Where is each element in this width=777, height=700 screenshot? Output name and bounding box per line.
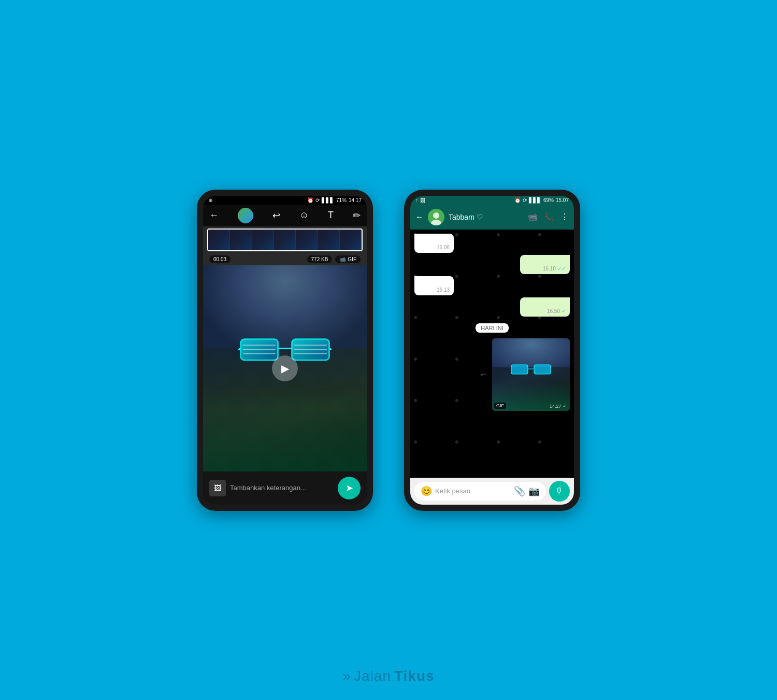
caption-icon: 🖼: [209, 480, 226, 496]
time-1610: 16.10 ✓✓: [524, 266, 566, 272]
more-options-button[interactable]: ⋮: [560, 212, 569, 222]
battery-pct: 71%: [336, 197, 347, 203]
right-status-bar: ↑ 🖼 ⏰ ⟳ ▋▋▋ 69% 15.07: [410, 196, 574, 205]
empty-content: [419, 279, 450, 287]
send-icon: ➤: [346, 482, 353, 494]
message-received-1613: 16.13: [414, 276, 454, 295]
bubble-sent-1650: 16.50 ✓: [520, 297, 570, 317]
gif-label-badge: GIF: [494, 403, 506, 409]
message-input-area[interactable]: 😊 Ketik pesan 📎 📷: [414, 482, 546, 501]
watermark-text-tikus: Tikus: [394, 668, 435, 684]
gif-label: GIF: [348, 256, 356, 262]
editor-caption: 🖼 Tambahkan keterangan... ➤: [203, 472, 367, 505]
right-wifi-icon: ⟳: [523, 197, 527, 203]
date-divider: HARI INI: [476, 323, 508, 332]
message-sent-1650: 16.50 ✓: [520, 297, 570, 317]
video-meta: 00.03 772 KB 📹 GIF: [203, 253, 367, 265]
watermark: » Jalan Tikus: [342, 668, 434, 684]
image-icon: 🖼: [420, 197, 425, 203]
attach-icon[interactable]: 📎: [514, 485, 525, 497]
back-button[interactable]: ←: [209, 210, 219, 221]
wifi-icon: ⟳: [315, 197, 320, 203]
right-phone-screen: ↑ 🖼 ⏰ ⟳ ▋▋▋ 69% 15.07 ←: [410, 196, 574, 505]
reply-icon[interactable]: ↩: [477, 368, 490, 381]
message-received-1606: 16.06: [414, 234, 454, 253]
filmstrip-frame-4: [274, 230, 296, 250]
camera-input-icon[interactable]: 📷: [528, 485, 540, 497]
time-text: 16.50: [547, 308, 560, 314]
bubble-received-1613: 16.13: [414, 276, 454, 295]
phones-container: ⊕ ⏰ ⟳ ▋▋▋ 71% 14.17 ← ↩ ☺ T: [197, 190, 580, 511]
mic-button[interactable]: 🎙: [549, 481, 570, 502]
filmstrip-frame-1: [208, 230, 230, 250]
svg-point-12: [433, 212, 439, 219]
mic-icon: 🎙: [555, 487, 564, 496]
time-text: 16.06: [437, 245, 450, 250]
play-button[interactable]: ▶: [272, 355, 298, 381]
text-button[interactable]: T: [328, 210, 334, 221]
thumbnail-icon: [238, 208, 253, 223]
chat-messages: 16.06 16.10 ✓✓: [410, 230, 574, 478]
whatsapp-icon: ⊕: [208, 197, 212, 203]
bubble-sent-1610: 16.10 ✓✓: [520, 255, 570, 274]
mini-glasses: [510, 361, 552, 379]
undo-button[interactable]: ↩: [272, 210, 280, 221]
time-1650: 16.50 ✓: [524, 308, 566, 314]
reply-container: ↩: [492, 338, 570, 411]
right-phone: ↑ 🖼 ⏰ ⟳ ▋▋▋ 69% 15.07 ←: [404, 190, 580, 511]
svg-rect-15: [534, 365, 551, 374]
gif-badge: 📹 GIF: [335, 255, 361, 263]
play-icon: ▶: [281, 362, 289, 375]
caption-input[interactable]: Tambahkan keterangan...: [230, 484, 334, 492]
left-phone-screen: ⊕ ⏰ ⟳ ▋▋▋ 71% 14.17 ← ↩ ☺ T: [203, 196, 367, 505]
avatar-image: [428, 209, 444, 225]
message-input[interactable]: Ketik pesan: [435, 487, 511, 495]
chat-header: ← Tabbam ♡ 📹 📞 ⋮: [410, 205, 574, 230]
right-signal-icon: ▋▋▋: [529, 197, 541, 203]
left-phone: ⊕ ⏰ ⟳ ▋▋▋ 71% 14.17 ← ↩ ☺ T: [197, 190, 373, 511]
time-1606: 16.06: [419, 245, 450, 250]
contact-avatar: [428, 209, 444, 225]
header-actions: 📹 📞 ⋮: [527, 212, 569, 222]
filmstrip-frame-6: [318, 230, 339, 250]
filmstrip: [207, 228, 363, 251]
double-tick-blue: ✓✓: [557, 266, 566, 272]
single-tick: ✓: [562, 308, 566, 314]
up-arrow-icon: ↑: [415, 197, 418, 203]
message-sent-1610: 16.10 ✓✓: [520, 255, 570, 274]
filmstrip-frame-2: [230, 230, 252, 250]
left-status-right: ⏰ ⟳ ▋▋▋ 71% 14.17: [307, 197, 362, 203]
date-badge: HARI INI: [476, 323, 508, 333]
watermark-logo: » Jalan Tikus: [342, 668, 434, 684]
contact-name: Tabbam ♡: [449, 213, 523, 221]
right-status-right: ⏰ ⟳ ▋▋▋ 69% 15.07: [514, 197, 569, 203]
call-button[interactable]: 📞: [544, 212, 554, 222]
draw-button[interactable]: ✏: [353, 210, 361, 221]
time-display: 14.17: [349, 197, 362, 203]
empty-content: [419, 236, 450, 245]
video-call-button[interactable]: 📹: [527, 212, 538, 222]
gif-time: 14.27 ✓: [550, 404, 567, 409]
svg-rect-14: [511, 365, 528, 374]
neon-glow: [203, 389, 367, 471]
filmstrip-frame-3: [252, 230, 274, 250]
chat-back-button[interactable]: ←: [415, 212, 424, 222]
size-badge: 772 KB: [307, 255, 333, 263]
right-time-display: 15.07: [556, 197, 569, 203]
bubble-received-1606: 16.06: [414, 234, 454, 253]
send-button[interactable]: ➤: [338, 477, 361, 499]
video-preview[interactable]: ▶: [203, 265, 367, 472]
filmstrip-frame-7: [340, 230, 362, 250]
chat-input-bar: 😊 Ketik pesan 📎 📷 🎙: [410, 478, 574, 505]
contact-info: Tabbam ♡: [449, 213, 523, 221]
filmstrip-frame-5: [296, 230, 318, 250]
video-editor: ← ↩ ☺ T ✏: [203, 205, 367, 505]
time-text: 16.13: [437, 287, 450, 293]
time-text: 16.10: [543, 266, 556, 272]
emoji-input-icon[interactable]: 😊: [421, 485, 432, 497]
editor-toolbar: ← ↩ ☺ T ✏: [203, 205, 367, 226]
size-badges: 772 KB 📹 GIF: [307, 255, 361, 263]
alarm-icon: ⏰: [307, 197, 313, 203]
gif-message: ↩: [492, 338, 570, 411]
emoji-button[interactable]: ☺: [299, 210, 309, 221]
